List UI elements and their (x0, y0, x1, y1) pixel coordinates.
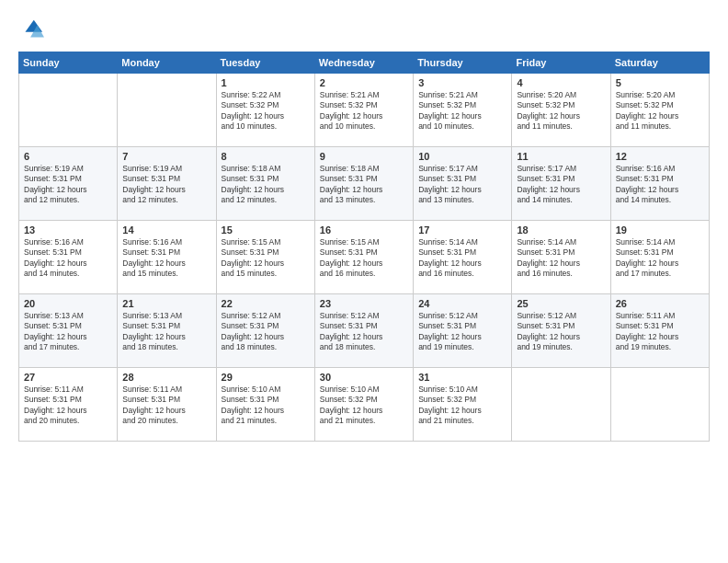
day-info: Sunrise: 5:12 AM Sunset: 5:31 PM Dayligh… (320, 311, 408, 353)
day-number: 1 (222, 77, 310, 88)
calendar-cell: 1Sunrise: 5:22 AM Sunset: 5:32 PM Daylig… (216, 74, 314, 147)
day-info: Sunrise: 5:10 AM Sunset: 5:32 PM Dayligh… (418, 385, 506, 427)
day-info: Sunrise: 5:19 AM Sunset: 5:31 PM Dayligh… (122, 164, 210, 206)
calendar-cell: 29Sunrise: 5:10 AM Sunset: 5:31 PM Dayli… (216, 368, 314, 442)
calendar-cell: 18Sunrise: 5:14 AM Sunset: 5:31 PM Dayli… (512, 221, 610, 294)
calendar-cell: 21Sunrise: 5:13 AM Sunset: 5:31 PM Dayli… (118, 294, 216, 368)
day-number: 10 (418, 151, 506, 162)
day-number: 8 (222, 151, 310, 162)
day-info: Sunrise: 5:12 AM Sunset: 5:31 PM Dayligh… (517, 311, 605, 353)
calendar-cell: 17Sunrise: 5:14 AM Sunset: 5:31 PM Dayli… (414, 221, 512, 294)
logo (18, 17, 48, 42)
calendar-cell: 27Sunrise: 5:11 AM Sunset: 5:31 PM Dayli… (19, 368, 118, 442)
calendar-cell: 22Sunrise: 5:12 AM Sunset: 5:31 PM Dayli… (216, 294, 314, 368)
day-number: 13 (24, 224, 112, 236)
calendar-cell: 24Sunrise: 5:12 AM Sunset: 5:31 PM Dayli… (414, 294, 512, 368)
day-number: 5 (616, 77, 704, 88)
calendar-week-5: 27Sunrise: 5:11 AM Sunset: 5:31 PM Dayli… (19, 368, 710, 442)
calendar-cell: 4Sunrise: 5:20 AM Sunset: 5:32 PM Daylig… (512, 74, 610, 147)
day-info: Sunrise: 5:13 AM Sunset: 5:31 PM Dayligh… (122, 311, 210, 353)
calendar-cell: 2Sunrise: 5:21 AM Sunset: 5:32 PM Daylig… (314, 74, 413, 147)
day-number: 22 (222, 298, 310, 309)
day-info: Sunrise: 5:15 AM Sunset: 5:31 PM Dayligh… (320, 237, 408, 280)
calendar-cell: 31Sunrise: 5:10 AM Sunset: 5:32 PM Dayli… (414, 368, 512, 442)
day-info: Sunrise: 5:19 AM Sunset: 5:31 PM Dayligh… (24, 164, 112, 206)
calendar-cell: 11Sunrise: 5:17 AM Sunset: 5:31 PM Dayli… (512, 147, 610, 221)
calendar-weekday-monday: Monday (118, 52, 216, 74)
calendar-week-1: 1Sunrise: 5:22 AM Sunset: 5:32 PM Daylig… (19, 74, 710, 147)
header (18, 17, 710, 42)
calendar-cell: 9Sunrise: 5:18 AM Sunset: 5:31 PM Daylig… (314, 147, 413, 221)
day-number: 4 (517, 77, 605, 88)
day-number: 17 (418, 224, 506, 236)
calendar-header-row: SundayMondayTuesdayWednesdayThursdayFrid… (19, 52, 710, 74)
day-info: Sunrise: 5:17 AM Sunset: 5:31 PM Dayligh… (418, 164, 506, 206)
calendar-weekday-friday: Friday (512, 52, 610, 74)
day-info: Sunrise: 5:21 AM Sunset: 5:32 PM Dayligh… (418, 90, 506, 132)
calendar-cell: 12Sunrise: 5:16 AM Sunset: 5:31 PM Dayli… (610, 147, 709, 221)
calendar-cell: 25Sunrise: 5:12 AM Sunset: 5:31 PM Dayli… (512, 294, 610, 368)
calendar-week-3: 13Sunrise: 5:16 AM Sunset: 5:31 PM Dayli… (19, 221, 710, 294)
day-number: 11 (517, 151, 605, 162)
day-info: Sunrise: 5:16 AM Sunset: 5:31 PM Dayligh… (24, 237, 112, 280)
calendar-cell: 14Sunrise: 5:16 AM Sunset: 5:31 PM Dayli… (118, 221, 216, 294)
day-info: Sunrise: 5:20 AM Sunset: 5:32 PM Dayligh… (517, 90, 605, 132)
day-number: 24 (418, 298, 506, 309)
day-number: 29 (222, 372, 310, 383)
calendar-weekday-sunday: Sunday (19, 52, 118, 74)
day-number: 12 (616, 151, 704, 162)
calendar-cell: 13Sunrise: 5:16 AM Sunset: 5:31 PM Dayli… (19, 221, 118, 294)
day-info: Sunrise: 5:21 AM Sunset: 5:32 PM Dayligh… (320, 90, 408, 132)
calendar-cell: 19Sunrise: 5:14 AM Sunset: 5:31 PM Dayli… (610, 221, 709, 294)
day-number: 25 (517, 298, 605, 309)
calendar-cell: 7Sunrise: 5:19 AM Sunset: 5:31 PM Daylig… (118, 147, 216, 221)
calendar-cell: 30Sunrise: 5:10 AM Sunset: 5:32 PM Dayli… (314, 368, 413, 442)
calendar-cell: 5Sunrise: 5:20 AM Sunset: 5:32 PM Daylig… (610, 74, 709, 147)
day-number: 2 (320, 77, 408, 88)
day-info: Sunrise: 5:16 AM Sunset: 5:31 PM Dayligh… (122, 237, 210, 280)
calendar-cell (118, 74, 216, 147)
day-number: 6 (24, 151, 112, 162)
day-info: Sunrise: 5:14 AM Sunset: 5:31 PM Dayligh… (517, 237, 605, 280)
day-info: Sunrise: 5:10 AM Sunset: 5:31 PM Dayligh… (222, 385, 310, 427)
day-info: Sunrise: 5:17 AM Sunset: 5:31 PM Dayligh… (517, 164, 605, 206)
day-number: 19 (616, 224, 704, 236)
calendar-cell: 15Sunrise: 5:15 AM Sunset: 5:31 PM Dayli… (216, 221, 314, 294)
day-info: Sunrise: 5:14 AM Sunset: 5:31 PM Dayligh… (418, 237, 506, 280)
day-number: 3 (418, 77, 506, 88)
logo-icon (18, 17, 44, 42)
calendar-cell: 6Sunrise: 5:19 AM Sunset: 5:31 PM Daylig… (19, 147, 118, 221)
calendar-weekday-saturday: Saturday (610, 52, 709, 74)
calendar-cell: 10Sunrise: 5:17 AM Sunset: 5:31 PM Dayli… (414, 147, 512, 221)
day-info: Sunrise: 5:14 AM Sunset: 5:31 PM Dayligh… (616, 237, 704, 280)
day-info: Sunrise: 5:20 AM Sunset: 5:32 PM Dayligh… (616, 90, 704, 132)
calendar-cell (19, 74, 118, 147)
day-info: Sunrise: 5:10 AM Sunset: 5:32 PM Dayligh… (320, 385, 408, 427)
calendar-cell: 20Sunrise: 5:13 AM Sunset: 5:31 PM Dayli… (19, 294, 118, 368)
day-info: Sunrise: 5:11 AM Sunset: 5:31 PM Dayligh… (24, 385, 112, 427)
day-info: Sunrise: 5:22 AM Sunset: 5:32 PM Dayligh… (222, 90, 310, 132)
day-info: Sunrise: 5:11 AM Sunset: 5:31 PM Dayligh… (122, 385, 210, 427)
day-number: 31 (418, 372, 506, 383)
day-number: 23 (320, 298, 408, 309)
day-number: 15 (222, 224, 310, 236)
calendar-cell: 16Sunrise: 5:15 AM Sunset: 5:31 PM Dayli… (314, 221, 413, 294)
day-number: 18 (517, 224, 605, 236)
calendar-cell (512, 368, 610, 442)
day-info: Sunrise: 5:12 AM Sunset: 5:31 PM Dayligh… (222, 311, 310, 353)
calendar-cell: 8Sunrise: 5:18 AM Sunset: 5:31 PM Daylig… (216, 147, 314, 221)
calendar-weekday-tuesday: Tuesday (216, 52, 314, 74)
day-info: Sunrise: 5:18 AM Sunset: 5:31 PM Dayligh… (222, 164, 310, 206)
day-number: 21 (122, 298, 210, 309)
day-info: Sunrise: 5:15 AM Sunset: 5:31 PM Dayligh… (222, 237, 310, 280)
day-number: 14 (122, 224, 210, 236)
day-number: 27 (24, 372, 112, 383)
day-number: 26 (616, 298, 704, 309)
day-number: 9 (320, 151, 408, 162)
calendar-week-2: 6Sunrise: 5:19 AM Sunset: 5:31 PM Daylig… (19, 147, 710, 221)
day-info: Sunrise: 5:16 AM Sunset: 5:31 PM Dayligh… (616, 164, 704, 206)
day-number: 20 (24, 298, 112, 309)
page: SundayMondayTuesdayWednesdayThursdayFrid… (0, 0, 728, 563)
day-info: Sunrise: 5:18 AM Sunset: 5:31 PM Dayligh… (320, 164, 408, 206)
day-info: Sunrise: 5:12 AM Sunset: 5:31 PM Dayligh… (418, 311, 506, 353)
